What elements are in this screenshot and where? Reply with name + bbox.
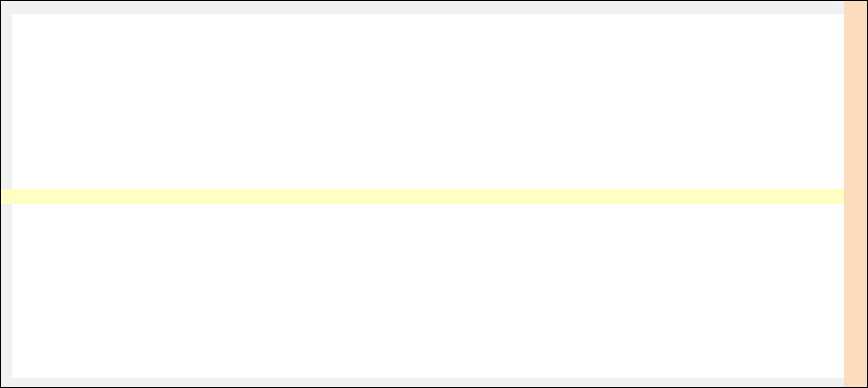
frequency-axis — [844, 1, 867, 387]
spectrogram-top-canvas — [12, 14, 844, 189]
time-axis — [1, 189, 844, 204]
panel-top-side-gutter — [1, 14, 12, 189]
spectrograph-window — [0, 0, 868, 388]
panel-bottom-side-gutter — [1, 204, 12, 378]
title-bar — [1, 1, 844, 14]
bottom-strip — [1, 378, 844, 387]
panel-bottom — [1, 204, 844, 378]
main-column — [1, 1, 844, 387]
panel-top — [1, 14, 844, 189]
spectrogram-bottom-canvas — [12, 204, 844, 378]
